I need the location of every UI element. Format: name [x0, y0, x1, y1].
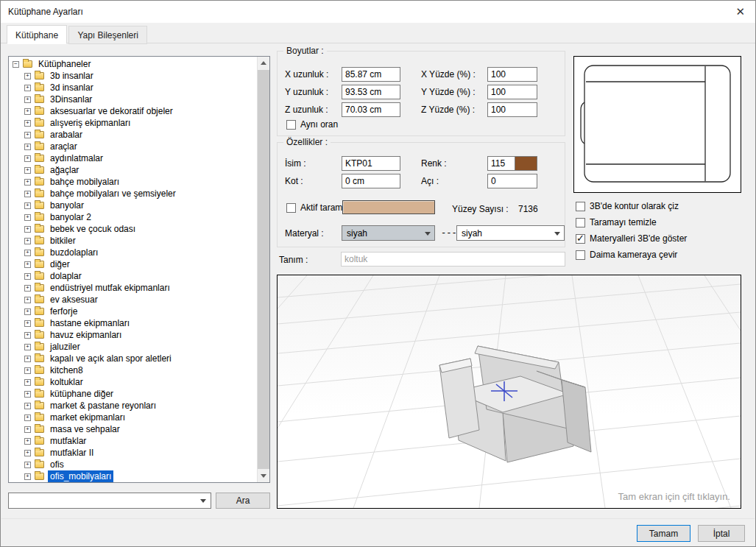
expand-icon[interactable] [24, 73, 31, 80]
expand-icon[interactable] [24, 414, 31, 421]
tree-item[interactable]: masa ve sehpalar [9, 423, 257, 435]
tree-scrollbar[interactable] [257, 57, 269, 482]
expand-icon[interactable] [24, 297, 31, 303]
color-picker-field[interactable]: 115 [487, 156, 537, 171]
tree-item[interactable]: kütüphane diğer [9, 388, 257, 400]
expand-icon[interactable] [24, 108, 31, 115]
tree-item[interactable]: 3d insanlar [9, 82, 257, 93]
active-hatch-checkbox[interactable]: Aktif tarama [286, 202, 347, 213]
expand-icon[interactable] [24, 120, 31, 127]
tree-item[interactable]: araçlar [9, 141, 257, 152]
scroll-down-icon[interactable] [258, 470, 269, 482]
checkbox-icon[interactable] [576, 218, 585, 227]
tree-item[interactable]: banyolar [9, 200, 257, 211]
checkbox-icon[interactable] [576, 202, 585, 211]
tree-item[interactable]: endüstriyel mutfak ekipmanları [9, 282, 257, 294]
expand-icon[interactable] [24, 273, 31, 280]
angle-input[interactable] [487, 174, 537, 188]
name-input[interactable] [342, 156, 400, 171]
tab-kutuphane[interactable]: Kütüphane [7, 25, 67, 44]
tree-item[interactable]: mutfaklar [9, 435, 257, 447]
tab-yapi-bilesenleri[interactable]: Yapı Bileşenleri [68, 26, 147, 44]
scroll-up-icon[interactable] [258, 57, 269, 69]
expand-icon[interactable] [24, 191, 31, 197]
expand-icon[interactable] [24, 426, 31, 433]
expand-icon[interactable] [24, 144, 31, 150]
scroll-thumb[interactable] [258, 70, 269, 469]
expand-icon[interactable] [24, 332, 31, 339]
same-ratio-checkbox[interactable]: Aynı oran [286, 119, 338, 130]
option-checkbox[interactable]: Daima kameraya çevir [576, 247, 745, 263]
combo-dropdown-button[interactable] [196, 493, 211, 508]
color-index-value[interactable]: 115 [488, 157, 515, 170]
expand-icon[interactable] [24, 85, 31, 91]
expand-icon[interactable] [24, 155, 31, 162]
tree-item[interactable]: jaluziler [9, 341, 257, 353]
expand-icon[interactable] [24, 285, 31, 292]
hatch-color-swatch[interactable] [342, 200, 435, 214]
ok-button[interactable]: Tamam [637, 525, 690, 542]
option-checkbox[interactable]: 3B'de kontur olarak çiz [576, 198, 745, 214]
percent-input[interactable] [487, 102, 537, 117]
option-checkbox[interactable]: Materyalleri 3B'de göster [576, 230, 745, 247]
expand-icon[interactable] [24, 462, 31, 468]
expand-icon[interactable] [24, 356, 31, 362]
color-swatch[interactable] [515, 157, 537, 170]
tree-item[interactable]: bebek ve çocuk odası [9, 223, 257, 235]
tree-item[interactable]: hastane ekipmanları [9, 317, 257, 329]
expand-icon[interactable] [24, 96, 31, 103]
elevation-input[interactable] [342, 174, 400, 188]
checkbox-icon[interactable] [286, 203, 296, 213]
tree-item[interactable]: alışveriş ekipmanları [9, 117, 257, 129]
expand-icon[interactable] [24, 438, 31, 445]
expand-icon[interactable] [24, 379, 31, 386]
expand-icon[interactable] [24, 450, 31, 456]
search-input[interactable] [9, 493, 196, 508]
tree-item[interactable]: kitchen8 [9, 364, 257, 376]
tree-item[interactable]: banyolar 2 [9, 211, 257, 223]
material-source-select[interactable]: siyah [342, 225, 435, 241]
checkbox-icon[interactable] [286, 120, 296, 130]
tree-item[interactable]: market & pastane reyonları [9, 400, 257, 412]
tree-item[interactable]: bahçe mobilyaları ve şemsiyeler [9, 188, 257, 200]
collapse-icon[interactable] [13, 61, 19, 68]
checkbox-icon[interactable] [576, 234, 585, 244]
expand-icon[interactable] [24, 250, 31, 256]
search-combobox[interactable] [8, 493, 211, 509]
description-input[interactable] [341, 252, 565, 267]
expand-icon[interactable] [24, 261, 31, 268]
expand-icon[interactable] [24, 308, 31, 315]
tree-item[interactable]: arabalar [9, 129, 257, 141]
expand-icon[interactable] [24, 391, 31, 398]
tree-item[interactable]: ev aksesuar [9, 294, 257, 306]
search-button[interactable]: Ara [216, 493, 270, 509]
tree-item[interactable]: aksesuarlar ve dekoratif objeler [9, 105, 257, 117]
expand-icon[interactable] [24, 238, 31, 244]
tree-root[interactable]: Kütüphaneler [9, 58, 257, 70]
close-icon[interactable]: ✕ [735, 5, 745, 18]
expand-icon[interactable] [24, 344, 31, 350]
tree-item[interactable]: ofis [9, 459, 257, 470]
tree-item[interactable]: aydınlatmalar [9, 152, 257, 164]
expand-icon[interactable] [24, 367, 31, 374]
3d-preview-canvas[interactable] [278, 275, 741, 508]
tree-item[interactable]: market ekipmanları [9, 412, 257, 423]
checkbox-icon[interactable] [576, 250, 585, 260]
tree-item[interactable]: bitkiler [9, 235, 257, 247]
length-input[interactable] [342, 102, 400, 117]
tree-item[interactable]: ofis_mobilyaları [9, 470, 257, 482]
3d-preview-panel[interactable]: Tam ekran için çift tıklayın. [277, 275, 741, 509]
expand-icon[interactable] [24, 473, 31, 480]
material-target-select[interactable]: siyah [456, 225, 565, 241]
tree-item-partial[interactable] [9, 482, 269, 483]
expand-icon[interactable] [24, 320, 31, 327]
expand-icon[interactable] [24, 226, 31, 233]
expand-icon[interactable] [24, 132, 31, 138]
option-checkbox[interactable]: Taramayı temizle [576, 214, 745, 230]
expand-icon[interactable] [24, 167, 31, 174]
expand-icon[interactable] [24, 179, 31, 186]
tree-item[interactable]: dolaplar [9, 270, 257, 282]
expand-icon[interactable] [24, 403, 31, 409]
tree-item[interactable]: ağaçlar [9, 164, 257, 176]
tree-item[interactable]: kapalı ve açık alan spor aletleri [9, 353, 257, 364]
